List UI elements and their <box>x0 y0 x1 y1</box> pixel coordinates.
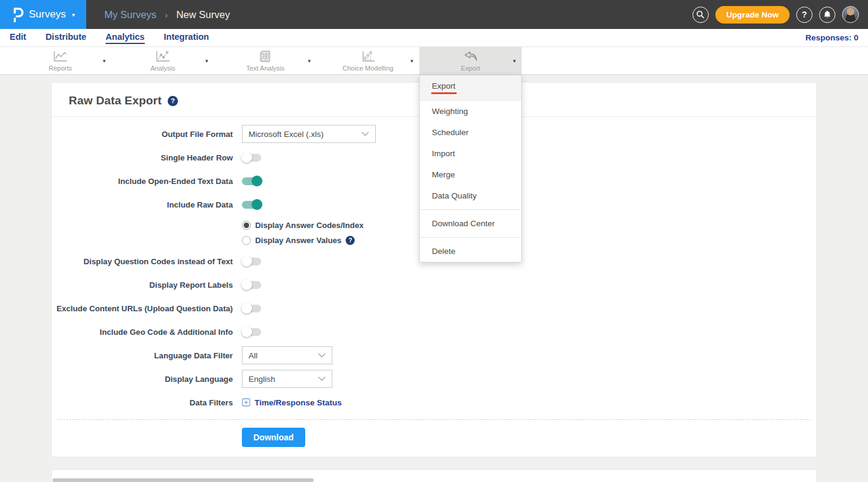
menu-item-weighting[interactable]: Weighting <box>420 101 521 122</box>
exclude-content-urls-label: Exclude Content URLs (Upload Question Da… <box>52 304 233 313</box>
menu-item-import[interactable]: Import <box>420 143 521 164</box>
toolbar-reports[interactable]: Reports ▾ <box>9 47 112 74</box>
horizontal-scrollbar-thumb[interactable] <box>52 478 314 482</box>
toolbar-reports-label: Reports <box>49 65 72 72</box>
toolbar-export-label: Export <box>461 65 480 72</box>
report-labels-row: Display Report Labels <box>52 276 816 294</box>
expand-plus-icon <box>242 398 250 407</box>
exclude-content-urls-row: Exclude Content URLs (Upload Question Da… <box>52 299 816 317</box>
analysis-chart-icon <box>154 50 171 63</box>
tab-distribute[interactable]: Distribute <box>45 32 86 44</box>
reports-chart-icon <box>52 50 69 63</box>
toolbar-text-analysis-label: Text Analysis <box>246 65 285 72</box>
toolbar-export[interactable]: Export ▾ <box>419 47 522 74</box>
question-mark-icon: ? <box>802 10 807 19</box>
output-file-format-label: Output File Format <box>52 130 233 139</box>
display-language-label: Display Language <box>52 375 233 384</box>
questionpro-logo-icon <box>11 7 24 23</box>
display-answer-values-option[interactable]: Display Answer Values ? <box>242 236 816 245</box>
include-raw-data-label: Include Raw Data <box>52 200 233 209</box>
product-caret-icon: ▾ <box>72 11 75 18</box>
breadcrumb: My Surveys › New Survey <box>104 9 230 21</box>
search-icon <box>696 10 705 19</box>
text-analysis-caret-icon[interactable]: ▾ <box>308 58 311 64</box>
export-caret-icon[interactable]: ▾ <box>513 58 516 64</box>
menu-divider <box>420 237 521 238</box>
include-raw-data-toggle[interactable] <box>242 201 261 209</box>
time-response-status-link[interactable]: Time/Response Status <box>242 398 342 407</box>
product-switcher[interactable]: Surveys ▾ <box>0 0 86 29</box>
search-button[interactable] <box>692 7 709 23</box>
export-dropdown-menu: Export Weighting Scheduler Import Merge … <box>419 75 522 262</box>
menu-item-data-quality[interactable]: Data Quality <box>420 185 521 206</box>
display-answer-codes-option[interactable]: Display Answer Codes/Index <box>242 221 816 230</box>
select-chevron-icon <box>318 353 326 358</box>
download-row: Download <box>52 420 816 457</box>
toolbar-text-analysis[interactable]: Text Analysis ▾ <box>214 47 317 74</box>
display-answer-values-help-icon[interactable]: ? <box>346 236 355 245</box>
toolbar-analysis-label: Analysis <box>151 65 176 72</box>
page: Surveys ▾ My Surveys › New Survey Upgrad… <box>0 0 868 482</box>
display-answer-values-label: Display Answer Values <box>255 236 341 245</box>
include-geo-toggle[interactable] <box>242 328 261 336</box>
output-file-format-select[interactable]: Microsoft Excel (.xls) <box>242 125 376 143</box>
data-filters-label: Data Filters <box>52 398 233 407</box>
language-filter-label: Language Data Filter <box>52 351 233 360</box>
analytics-toolbar: Reports ▾ Analysis ▾ <box>0 47 868 75</box>
toolbar-analysis[interactable]: Analysis ▾ <box>112 47 214 74</box>
topbar-actions: Upgrade Now ? <box>692 6 868 24</box>
answer-display-radio-group: Display Answer Codes/Index Display Answe… <box>242 219 816 252</box>
export-arrow-icon <box>462 50 479 63</box>
include-open-ended-toggle[interactable] <box>242 177 261 185</box>
display-answer-codes-label: Display Answer Codes/Index <box>255 221 364 230</box>
raw-data-export-help-icon[interactable]: ? <box>168 96 178 106</box>
single-header-row-label: Single Header Row <box>52 153 233 162</box>
select-chevron-icon <box>318 376 326 381</box>
breadcrumb-my-surveys[interactable]: My Surveys <box>104 9 156 21</box>
language-filter-value: All <box>249 351 258 360</box>
question-codes-toggle[interactable] <box>242 258 261 265</box>
output-file-format-value: Microsoft Excel (.xls) <box>249 130 324 139</box>
choice-modelling-chart-icon <box>360 50 376 63</box>
menu-item-merge[interactable]: Merge <box>420 164 521 185</box>
single-header-row-toggle[interactable] <box>242 154 261 162</box>
question-codes-label: Display Question Codes instead of Text <box>52 257 233 266</box>
bell-icon <box>823 10 831 19</box>
choice-modelling-caret-icon[interactable]: ▾ <box>410 58 413 64</box>
tab-integration[interactable]: Integration <box>164 32 209 44</box>
top-bar: Surveys ▾ My Surveys › New Survey Upgrad… <box>0 0 868 29</box>
display-answer-values-radio[interactable] <box>242 236 251 245</box>
language-filter-select[interactable]: All <box>242 346 332 364</box>
menu-item-download-center[interactable]: Download Center <box>420 213 521 234</box>
include-open-ended-label: Include Open-Ended Text Data <box>52 177 233 186</box>
toolbar-choice-modelling-label: Choice Modelling <box>343 65 393 72</box>
text-analysis-document-icon <box>258 50 273 63</box>
upgrade-now-button[interactable]: Upgrade Now <box>715 6 790 24</box>
raw-data-export-title: Raw Data Export <box>69 94 162 107</box>
toolbar-choice-modelling[interactable]: Choice Modelling ▾ <box>317 47 419 74</box>
menu-item-scheduler[interactable]: Scheduler <box>420 122 521 143</box>
tab-edit[interactable]: Edit <box>10 32 26 44</box>
notifications-button[interactable] <box>819 7 835 23</box>
language-filter-row: Language Data Filter All <box>52 346 816 364</box>
reports-caret-icon[interactable]: ▾ <box>103 58 106 64</box>
analysis-caret-icon[interactable]: ▾ <box>205 58 208 64</box>
menu-item-export[interactable]: Export <box>420 75 521 101</box>
display-language-value: English <box>249 375 275 384</box>
breadcrumb-current-survey: New Survey <box>176 9 230 21</box>
display-answer-codes-radio[interactable] <box>242 221 251 230</box>
help-button[interactable]: ? <box>796 7 813 23</box>
report-labels-toggle[interactable] <box>242 281 261 289</box>
user-avatar[interactable] <box>842 6 859 23</box>
survey-nav: Edit Distribute Analytics Integration Re… <box>0 29 868 47</box>
menu-item-delete[interactable]: Delete <box>420 241 521 262</box>
include-geo-row: Include Geo Code & Additional Info <box>52 323 816 341</box>
menu-divider <box>420 209 521 210</box>
responses-count: Responses: 0 <box>805 33 858 42</box>
data-filters-row: Data Filters Time/Response Status <box>52 393 816 411</box>
download-button[interactable]: Download <box>242 428 305 447</box>
display-language-select[interactable]: English <box>242 370 332 388</box>
tab-analytics[interactable]: Analytics <box>106 32 144 44</box>
report-labels-label: Display Report Labels <box>52 281 233 290</box>
exclude-content-urls-toggle[interactable] <box>242 305 261 312</box>
